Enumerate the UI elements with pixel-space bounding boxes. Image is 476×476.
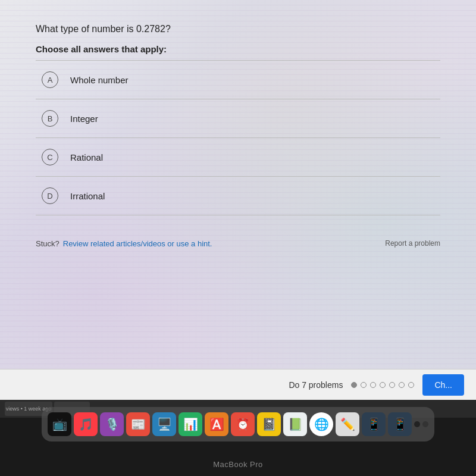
option-d[interactable]: D Irrational <box>36 177 440 215</box>
option-c-circle: C <box>42 149 58 165</box>
do-problems-text: Do 7 problems <box>289 380 343 390</box>
bottom-bar: Do 7 problems Ch... <box>0 369 476 400</box>
option-a-letter: A <box>48 76 53 84</box>
dock-app-numbers[interactable]: 📊 <box>178 412 202 436</box>
dock-app-appletv[interactable]: 📺 <box>48 412 71 436</box>
dock-app-pencil[interactable]: ✏️ <box>336 412 359 436</box>
option-c-text: Rational <box>70 152 103 162</box>
dock-app-music[interactable]: 🎵 <box>74 412 98 436</box>
bottom-section: Stuck? Review related articles/videos or… <box>0 227 476 259</box>
progress-dots <box>351 382 414 388</box>
question-text: What type of number is 0.2782? <box>36 24 440 35</box>
dock-app-display[interactable]: 🖥️ <box>152 412 176 436</box>
dock-app-phone2[interactable]: 📱 <box>388 412 412 436</box>
option-b[interactable]: B Integer <box>36 99 440 138</box>
option-d-text: Irrational <box>70 191 105 201</box>
quiz-content: What type of number is 0.2782? Choose al… <box>0 0 476 227</box>
option-d-circle: D <box>42 187 58 204</box>
dock-app-podcasts[interactable]: 🎙️ <box>100 412 124 436</box>
option-b-circle: B <box>42 110 58 127</box>
report-problem[interactable]: Report a problem <box>385 239 440 248</box>
dot-7 <box>408 382 414 388</box>
check-button[interactable]: Ch... <box>422 374 464 396</box>
option-a-circle: A <box>42 71 58 88</box>
dot-5 <box>389 382 395 388</box>
instruction-text: Choose all answers that apply: <box>36 44 440 54</box>
dock-app-news[interactable]: 📰 <box>126 412 150 436</box>
option-b-text: Integer <box>70 114 98 124</box>
stuck-row: Stuck? Review related articles/videos or… <box>36 239 440 248</box>
dock-app-contacts[interactable]: 📗 <box>283 412 307 436</box>
dock-app-reminder[interactable]: ⏰ <box>231 412 255 436</box>
dock-app-dot1[interactable] <box>414 421 420 427</box>
option-a[interactable]: A Whole number <box>36 61 440 99</box>
dock-container: 📺 🎵 🎙️ 📰 🖥️ 📊 🅰️ ⏰ 📓 📗 🌐 ✏️ 📱 📱 <box>0 403 476 445</box>
dot-4 <box>380 382 386 388</box>
option-c[interactable]: C Rational <box>36 138 440 177</box>
dock-app-chrome[interactable]: 🌐 <box>309 412 333 436</box>
dot-1 <box>351 382 357 388</box>
dot-6 <box>399 382 405 388</box>
option-c-letter: C <box>47 153 52 162</box>
dot-2 <box>361 382 367 388</box>
taskbar-area: views • 1 week ago 📺 🎵 🎙️ 📰 🖥️ 📊 🅰️ ⏰ 📓 … <box>0 400 476 476</box>
macbook-label: MacBook Pro <box>213 460 263 469</box>
dock: 📺 🎵 🎙️ 📰 🖥️ 📊 🅰️ ⏰ 📓 📗 🌐 ✏️ 📱 📱 <box>42 407 434 441</box>
stuck-label: Stuck? <box>36 239 60 248</box>
option-d-letter: D <box>47 192 52 201</box>
dock-app-a[interactable]: 🅰️ <box>205 412 228 436</box>
dot-3 <box>370 382 376 388</box>
option-a-text: Whole number <box>70 75 129 85</box>
quiz-area: What type of number is 0.2782? Choose al… <box>0 0 476 369</box>
review-link[interactable]: Review related articles/videos or use a … <box>63 239 212 248</box>
screen: What type of number is 0.2782? Choose al… <box>0 0 476 476</box>
dock-app-dot2[interactable] <box>422 421 428 427</box>
dock-app-notes[interactable]: 📓 <box>257 412 281 436</box>
option-b-letter: B <box>48 114 53 123</box>
dock-app-phone1[interactable]: 📱 <box>362 412 386 436</box>
